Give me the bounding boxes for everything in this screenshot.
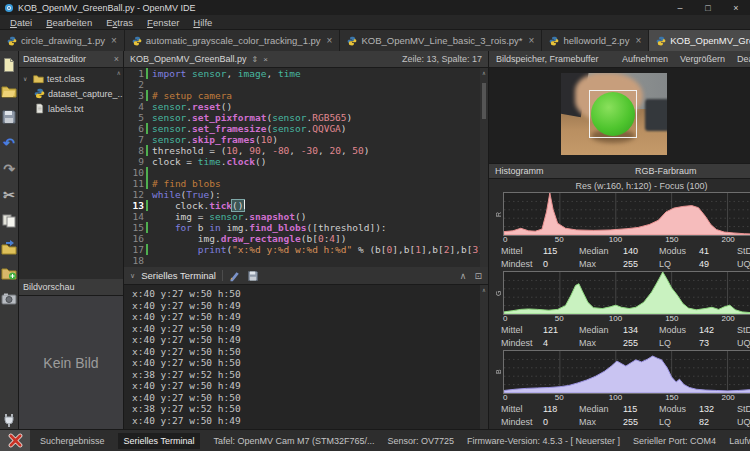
doc-switcher-icon[interactable]: ⇕ [252, 55, 259, 64]
stat-label: StDev [737, 403, 750, 416]
editor-doc-title[interactable]: KOB_OpenMV_GreenBall.py [130, 54, 247, 64]
new-dataset-folder-icon[interactable] [0, 264, 18, 282]
code-token: sensor [152, 134, 186, 145]
file-tab[interactable]: circle_drawing_1.py× [0, 30, 125, 51]
code-token: ],b[ [392, 244, 415, 255]
open-file-icon[interactable] [0, 82, 18, 100]
code-token: 10 [261, 134, 272, 145]
file-tab-label: circle_drawing_1.py [21, 35, 105, 46]
terminal-line: x:40 y:27 w:50 h:50 [132, 346, 488, 358]
channel-plot [503, 271, 750, 315]
code-editor[interactable]: 1import sensor, image, time23# setup cam… [124, 68, 488, 267]
menu-item-datei[interactable]: Datei [4, 17, 38, 28]
scroll-up-icon[interactable]: ∧ [117, 69, 121, 76]
maximize-button[interactable]: □ [694, 3, 722, 13]
code-line: 1import sensor, image, time [124, 68, 488, 79]
close-icon[interactable]: × [635, 35, 641, 46]
code-line: 3# setup camera [124, 90, 488, 101]
menu-item-hilfe[interactable]: Hilfe [187, 17, 218, 28]
code-token: in [209, 222, 220, 233]
stop-script-button[interactable] [0, 430, 30, 451]
collapse-icon[interactable]: ∧ [460, 271, 467, 281]
code-token: ) [364, 145, 370, 156]
serial-terminal-header: ∨ Serielles Terminal ∧ ⊡ [124, 267, 488, 285]
copy-icon[interactable] [0, 212, 18, 230]
code-token: , [226, 68, 237, 79]
maximize-panel-icon[interactable]: ⊡ [474, 271, 482, 281]
matched-parens: () [232, 200, 243, 211]
vergr-ern-button[interactable]: Vergrößern [680, 54, 725, 64]
tree-item-labels-txt[interactable]: labels.txt [19, 101, 123, 116]
text-cursor [244, 200, 245, 209]
tab-serielles-terminal[interactable]: Serielles Terminal [118, 433, 201, 449]
editor-scrollbar[interactable]: ∧ [480, 68, 488, 267]
code-token: 10 [226, 145, 237, 156]
file-tab[interactable]: helloworld_2.py× [542, 30, 649, 51]
line-number: 2 [124, 79, 144, 90]
file-tab-bar: circle_drawing_1.py×automatic_grayscale_… [0, 30, 750, 51]
code-token: skip_frames [192, 134, 255, 145]
save-log-icon[interactable] [247, 270, 259, 282]
terminal-line: x:40 y:27 w:50 h:49 [132, 415, 488, 427]
close-icon[interactable]: × [529, 35, 535, 46]
file-tab[interactable]: KOB_OpenMV_Line_basic_3_rois.py*× [340, 30, 542, 51]
file-tab[interactable]: KOB_OpenMV_GreenBall.py× [649, 30, 750, 51]
file-tab[interactable]: automatic_grayscale_color_tracking_1.py× [125, 30, 341, 51]
close-icon[interactable]: × [263, 55, 268, 64]
camera-frame[interactable] [561, 73, 667, 155]
terminal-line: x:40 y:27 w:50 h:50 [132, 288, 488, 300]
stat-label: Modus [659, 245, 699, 258]
aufnehmen-button[interactable]: Aufnehmen [622, 54, 668, 64]
code-line: 9clock = time.clock() [124, 156, 488, 167]
stat-label: Mittel [501, 324, 543, 337]
chevron-down-icon[interactable]: ∨ [23, 75, 30, 82]
change-bar [146, 156, 148, 167]
channel-plot-row: R [493, 192, 750, 236]
close-icon[interactable]: × [114, 54, 119, 64]
close-button[interactable]: × [722, 3, 750, 13]
no-image-text: Kein Bild [43, 355, 98, 371]
chevron-down-icon[interactable]: ∨ [130, 272, 135, 280]
tree-item-dataset-capture-[interactable]: dataset_capture_... [19, 86, 123, 101]
tree-item-test-class[interactable]: ∨test.class [19, 71, 123, 86]
status-firmware: Firmware-Version: 4.5.3 - [ Neuerster ] [467, 436, 620, 446]
code-token: ],b[ [421, 244, 444, 255]
change-bar [146, 244, 148, 255]
cut-icon[interactable]: ✂ [0, 186, 18, 204]
menu-item-bearbeiten[interactable]: Bearbeiten [40, 17, 98, 28]
change-bar [146, 189, 148, 200]
font-settings-icon[interactable] [229, 270, 241, 282]
connect-icon[interactable] [0, 411, 18, 429]
x-tick-label: 0 [503, 235, 507, 244]
code-token: set_framesize [192, 123, 266, 134]
serial-terminal-output[interactable]: x:40 y:27 w:50 h:50x:40 y:27 w:50 h:49x:… [124, 285, 488, 429]
tab-suchergebnisse[interactable]: Suchergebnisse [40, 436, 105, 446]
save-icon[interactable] [0, 108, 18, 126]
x-tick-label: 200 [721, 235, 734, 244]
menu-item-extras[interactable]: Extras [100, 17, 139, 28]
terminal-scrollbar[interactable]: ∧ [480, 285, 488, 429]
code-line: 6sensor.set_framesize(sensor.QQVGA) [124, 123, 488, 134]
code-token: find_blobs [249, 222, 306, 233]
redo-icon[interactable]: ↷ [0, 160, 18, 178]
close-icon[interactable]: × [111, 35, 117, 46]
dataset-editor-title: Datensatzeditor [23, 54, 86, 64]
stat-label: Median [579, 324, 623, 337]
line-number: 9 [124, 156, 144, 167]
change-bar [146, 134, 148, 145]
deaktivieren-button[interactable]: Deaktivieren [737, 54, 750, 64]
capture-image-icon[interactable] [0, 290, 18, 308]
minimize-button[interactable]: – [666, 3, 694, 13]
code-token: ) [341, 123, 347, 134]
menu-item-fenster[interactable]: Fenster [141, 17, 185, 28]
code-token: clock. [152, 200, 209, 211]
colorspace-dropdown[interactable]: RGB-Farbraum ⇕ [544, 166, 750, 176]
close-icon[interactable]: × [327, 35, 333, 46]
channel-label: B [493, 350, 503, 394]
code-token: img = [152, 211, 209, 222]
status-board: Tafel: OpenMV Cam M7 (STM32F765/... [213, 436, 374, 446]
code-line: 4sensor.reset() [124, 101, 488, 112]
undo-icon[interactable]: ↶ [0, 134, 18, 152]
paste-icon[interactable] [0, 238, 18, 256]
new-file-icon[interactable] [0, 56, 18, 74]
